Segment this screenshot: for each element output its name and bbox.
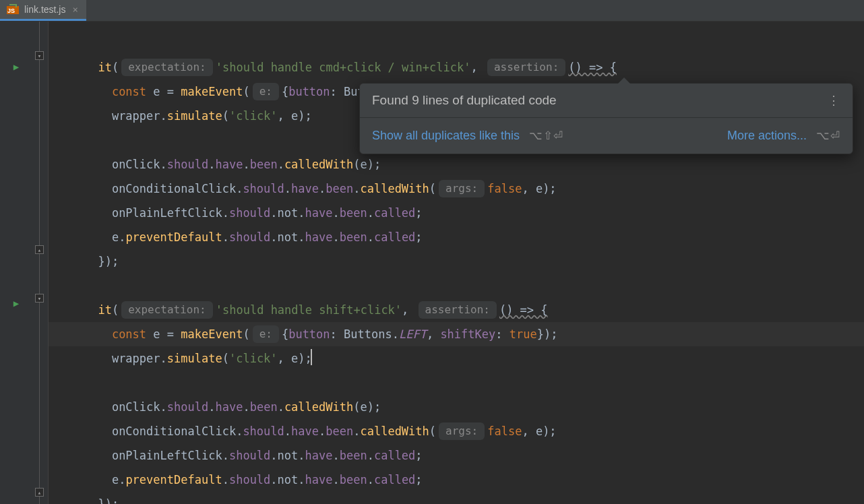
code-line: }); [57,249,864,274]
param-hint: expectation: [121,59,213,76]
divider [360,117,853,118]
code-line: }); [57,492,864,504]
fold-toggle-icon[interactable]: ▴ [35,245,44,254]
inspection-popup: Found 9 lines of duplicated code ⋮ Show … [359,83,853,154]
code-line: it(expectation:'should handle shift+clic… [57,298,864,322]
code-line: e.preventDefault.should.not.have.been.ca… [57,468,864,492]
tab-filename: link.test.js [24,4,65,15]
code-line: onPlainLeftClick.should.not.have.been.ca… [57,201,864,225]
run-test-icon[interactable]: ▶ [13,61,19,72]
code-line: it(expectation:'should handle cmd+click … [57,55,864,80]
run-test-icon[interactable]: ▶ [13,298,19,309]
svg-text:JS: JS [7,7,15,14]
more-actions-link[interactable]: More actions... [727,129,807,143]
param-hint: e: [253,83,279,100]
text-cursor [311,349,312,365]
popup-title: Found 9 lines of duplicated code [372,93,557,108]
code-line: onPlainLeftClick.should.not.have.been.ca… [57,443,864,468]
param-hint: e: [253,325,279,343]
param-hint: expectation: [121,301,213,319]
js-file-icon: JS [7,3,19,15]
code-line: wrapper.simulate('click', e); [57,346,864,371]
editor-area: ▶ ▶ ▾ ▴ ▾ ▴ it(expectation:'should handl… [0,22,864,504]
code-line: e.preventDefault.should.not.have.been.ca… [57,225,864,249]
param-hint: args: [439,422,485,440]
shortcut-hint: ⌥⇧⏎ [529,129,563,143]
fold-toggle-icon[interactable]: ▴ [35,488,44,497]
param-hint: args: [439,180,485,197]
tab-active[interactable]: JS link.test.js × [0,0,86,21]
param-hint: assertion: [487,59,565,76]
code-line: onClick.should.have.been.calledWith(e); [57,395,864,419]
fold-gutter: ▾ ▴ ▾ ▴ [32,22,49,504]
param-hint: assertion: [419,301,497,319]
code-line: onConditionalClick.should.have.been.call… [57,177,864,201]
popup-menu-icon[interactable]: ⋮ [828,93,840,108]
run-gutter: ▶ ▶ [0,22,32,504]
fold-toggle-icon[interactable]: ▾ [35,294,44,303]
show-duplicates-link[interactable]: Show all duplicates like this [372,129,520,143]
fold-toggle-icon[interactable]: ▾ [35,51,44,60]
tab-bar: JS link.test.js × [0,0,864,22]
code-line: onClick.should.have.been.calledWith(e); [57,152,864,177]
tab-close-icon[interactable]: × [71,4,79,15]
code-line: const e = makeEvent(e:{button: Buttons.L… [57,322,864,346]
code-line: onConditionalClick.should.have.been.call… [57,419,864,443]
shortcut-hint: ⌥⏎ [816,129,840,143]
